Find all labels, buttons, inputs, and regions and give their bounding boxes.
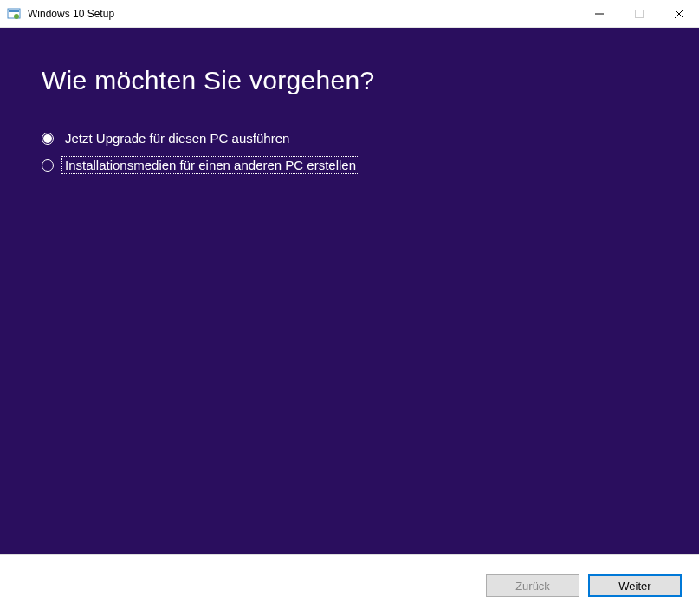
- next-button[interactable]: Weiter: [588, 574, 682, 597]
- option-label: Installationsmedien für einen anderen PC…: [62, 157, 359, 173]
- close-button[interactable]: [659, 0, 699, 27]
- svg-rect-1: [9, 10, 19, 12]
- app-icon: [7, 7, 21, 21]
- option-upgrade-this-pc[interactable]: Jetzt Upgrade für diesen PC ausführen: [42, 130, 657, 146]
- options-group: Jetzt Upgrade für diesen PC ausführen In…: [42, 130, 657, 173]
- wizard-footer: Zurück Weiter: [0, 554, 699, 616]
- radio-icon: [42, 159, 54, 172]
- option-label: Jetzt Upgrade für diesen PC ausführen: [62, 130, 292, 146]
- option-create-installation-media[interactable]: Installationsmedien für einen anderen PC…: [42, 157, 657, 173]
- titlebar: Windows 10 Setup: [0, 0, 699, 28]
- wizard-content: Wie möchten Sie vorgehen? Jetzt Upgrade …: [0, 28, 699, 554]
- window-controls: [579, 0, 699, 27]
- window-title: Windows 10 Setup: [28, 8, 579, 20]
- page-heading: Wie möchten Sie vorgehen?: [42, 66, 657, 95]
- svg-rect-4: [636, 10, 644, 17]
- maximize-button: [619, 0, 659, 27]
- minimize-button[interactable]: [579, 0, 619, 27]
- svg-point-2: [14, 14, 19, 19]
- radio-icon: [42, 133, 54, 145]
- back-button: Zurück: [486, 574, 579, 597]
